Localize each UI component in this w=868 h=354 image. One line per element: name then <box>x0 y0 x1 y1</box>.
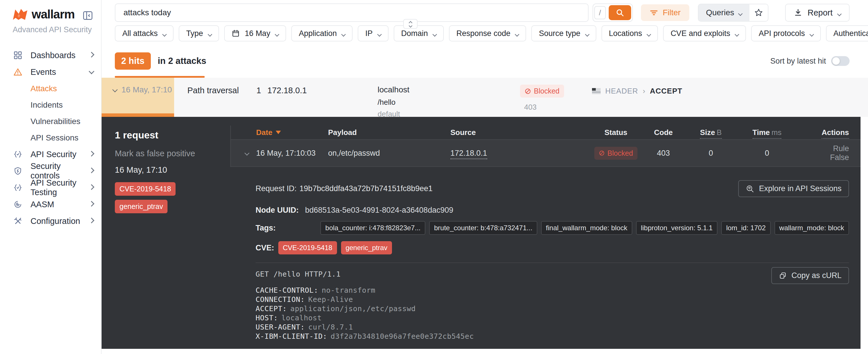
false-action-link[interactable]: False <box>830 153 849 162</box>
filter-chip-api-protocols[interactable]: API protocols <box>751 25 821 41</box>
sidebar-item-api-security[interactable]: API Security <box>13 146 94 163</box>
star-icon <box>754 8 763 17</box>
chevron-right-icon <box>90 185 94 190</box>
sort-desc-icon <box>276 131 281 134</box>
column-header-size[interactable]: SizeB <box>684 128 738 137</box>
attack-date: 16 May, 17:10 <box>121 85 172 94</box>
copy-icon <box>779 272 787 280</box>
meta-tag[interactable]: wallarm_mode: block <box>774 221 849 235</box>
favorite-star-button[interactable] <box>749 4 768 21</box>
request-table-row[interactable]: 16 May, 17:10:03 on,/etc/passwd 172.18.0… <box>231 140 861 166</box>
chevron-down-icon <box>838 8 841 18</box>
http-request-block: GET /hello HTTP/1.1 Copy as cURL <box>255 270 849 341</box>
http-header-line: ACCEPT:application/json,/etc/passwd <box>255 304 849 314</box>
mark-false-positive-link[interactable]: Mark as false positive <box>115 149 222 158</box>
sidebar-item-configuration[interactable]: Configuration <box>13 213 94 229</box>
chevron-down-icon <box>735 29 739 38</box>
filter-chip-label: Authentication <box>834 29 868 38</box>
filter-bar: All attacks Type 16 May Application <box>102 22 868 41</box>
sidebar-item-api-sessions[interactable]: API Sessions <box>13 130 94 146</box>
cell-code: 403 <box>643 149 684 158</box>
attack-date-cell[interactable]: 16 May, 17:10 <box>102 78 174 117</box>
http-headers: CACHE-CONTROL:no-transform CONNECTION:Ke… <box>255 286 849 341</box>
attack-type: Path traversal <box>174 78 243 117</box>
meta-tag[interactable]: lom_id: 1702 <box>721 221 770 235</box>
meta-tag[interactable]: bola_counter: i:478:f82823e7... <box>320 221 425 235</box>
copy-as-curl-button[interactable]: Copy as cURL <box>771 267 849 284</box>
param-location: HEADER <box>605 87 638 96</box>
cell-date: 16 May, 17:10:03 <box>256 149 328 158</box>
column-header-status: Status <box>589 128 643 137</box>
request-fields: Request ID: 19b7bc8ddfa43a72b7b74151fc8b… <box>230 167 861 341</box>
sidebar-subitem-label: API Sessions <box>31 133 79 142</box>
chevron-down-icon[interactable] <box>245 151 250 156</box>
node-uuid-row: Node UUID: bd68513a-5e03-4991-8024-a3640… <box>255 206 849 215</box>
status-badge: Blocked <box>594 147 638 160</box>
cve-tag[interactable]: CVE-2019-5418 <box>115 182 176 196</box>
node-uuid-label: Node UUID: <box>255 206 299 215</box>
filter-chip-locations[interactable]: Locations <box>601 25 658 41</box>
cve-tag[interactable]: CVE-2019-5418 <box>278 241 337 254</box>
status-badge-label: Blocked <box>534 87 559 95</box>
events-warning-icon <box>13 68 23 76</box>
collapse-filters-handle[interactable] <box>403 19 417 29</box>
meta-tag[interactable]: brute_counter: b:478:a732471... <box>429 221 537 235</box>
filter-chip-date[interactable]: 16 May <box>224 25 286 41</box>
report-button[interactable]: Report <box>785 4 849 22</box>
brand-name: wallarm <box>32 7 74 21</box>
attack-type-tag[interactable]: generic_ptrav <box>115 200 167 213</box>
cell-source[interactable]: 172.18.0.1 <box>451 149 589 158</box>
meta-tag[interactable]: final_wallarm_mode: block <box>541 221 632 235</box>
filter-chip-all-attacks[interactable]: All attacks <box>115 25 174 41</box>
attack-response-code: 403 <box>520 103 592 112</box>
column-header-time[interactable]: Timems <box>738 128 796 137</box>
request-id-row: Request ID: 19b7bc8ddfa43a72b7b74151fc8b… <box>255 180 849 197</box>
explore-api-sessions-button[interactable]: Explore in API Sessions <box>738 180 849 197</box>
meta-tag[interactable]: libproton_version: 5.1.1 <box>636 221 718 235</box>
search-icon <box>615 8 624 17</box>
chevron-down-icon <box>208 29 212 38</box>
attack-row[interactable]: 16 May, 17:10 Path traversal 1 172.18.0.… <box>102 78 868 117</box>
filter-button[interactable]: Filter <box>641 4 689 21</box>
attack-hits-count: 1 <box>243 78 267 117</box>
attack-type-tag[interactable]: generic_ptrav <box>341 241 392 254</box>
sidebar-subitem-label: Vulnerabilities <box>31 117 80 126</box>
search-input[interactable] <box>115 3 589 22</box>
meta-tag-list: bola_counter: i:478:f82823e7... brute_co… <box>320 221 849 235</box>
sort-toggle[interactable] <box>831 56 849 66</box>
sidebar-item-api-security-testing[interactable]: API Security Testing <box>13 179 94 196</box>
filter-chip-label: Response code <box>457 29 510 38</box>
sidebar-item-security-controls[interactable]: Security controls <box>13 163 94 179</box>
sidebar-item-attacks[interactable]: Attacks <box>13 80 94 97</box>
filter-chip-authentication[interactable]: Authentication <box>826 25 868 41</box>
sidebar-item-aasm[interactable]: AASM <box>13 196 94 213</box>
request-date: 16 May, 17:10 <box>115 165 222 175</box>
filter-chip-response-code[interactable]: Response code <box>449 25 526 41</box>
filter-chip-type[interactable]: Type <box>179 25 219 41</box>
attack-source-ip: 172.18.0.1 <box>267 78 378 117</box>
request-detail-column: Date Payload Source Status Code SizeB Ti… <box>230 117 861 349</box>
filter-chip-cve-exploits[interactable]: CVE and exploits <box>663 25 746 41</box>
cve-label: CVE: <box>255 244 274 252</box>
attacks-count-text: in 2 attacks <box>158 56 206 66</box>
column-header-actions[interactable]: Actions <box>796 128 849 137</box>
sidebar-subitem-label: Incidents <box>31 100 63 110</box>
hits-count-badge[interactable]: 2 hits <box>115 53 151 70</box>
sidebar-item-events[interactable]: Events <box>13 64 94 80</box>
rule-action-link[interactable]: Rule <box>833 144 849 153</box>
search-button[interactable] <box>609 5 631 20</box>
sidebar-item-incidents[interactable]: Incidents <box>13 97 94 113</box>
sidebar-item-vulnerabilities[interactable]: Vulnerabilities <box>13 113 94 130</box>
sidebar-collapse-icon[interactable] <box>82 10 94 21</box>
filter-chip-domain[interactable]: Domain <box>394 25 444 41</box>
filter-icon <box>650 9 658 17</box>
sidebar-item-dashboards[interactable]: Dashboards <box>13 47 94 64</box>
filter-chip-ip[interactable]: IP <box>358 25 389 41</box>
api-braces-icon <box>13 183 23 192</box>
request-count: 1 request <box>115 130 222 141</box>
queries-button[interactable]: Queries <box>699 4 749 21</box>
filter-button-label: Filter <box>663 8 681 17</box>
column-header-date[interactable]: Date <box>256 128 328 137</box>
filter-chip-application[interactable]: Application <box>291 25 352 41</box>
filter-chip-source-type[interactable]: Source type <box>531 25 596 41</box>
